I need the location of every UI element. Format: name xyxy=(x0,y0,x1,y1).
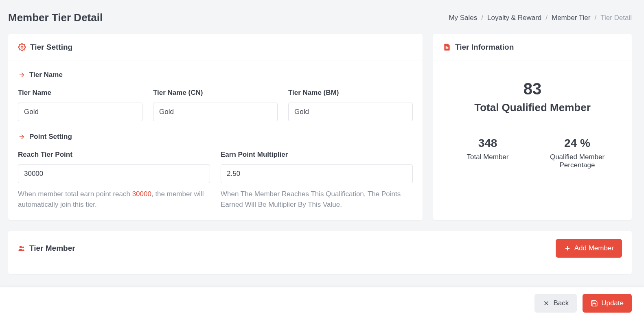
update-button[interactable]: Update xyxy=(583,294,632,313)
section-point-setting: Point Setting xyxy=(29,133,72,141)
breadcrumb-separator: / xyxy=(545,14,548,22)
breadcrumb-item-3[interactable]: Member Tier xyxy=(552,14,590,22)
plus-icon xyxy=(564,245,571,252)
svg-point-3 xyxy=(20,246,22,248)
tier-setting-card: Tier Setting Tier Name Tier Name Tier Na… xyxy=(8,34,423,220)
add-member-button[interactable]: Add Member xyxy=(556,239,622,258)
multiplier-label: Earn Point Multiplier xyxy=(221,151,413,159)
add-member-label: Add Member xyxy=(574,244,614,252)
breadcrumb: My Sales / Loyalty & Reward / Member Tie… xyxy=(449,14,632,22)
percent-label: Qualified Member Percentage xyxy=(532,153,622,169)
people-icon xyxy=(18,245,25,252)
arrow-right-icon xyxy=(18,71,25,79)
back-button[interactable]: Back xyxy=(534,294,577,313)
percent-value: 24 % xyxy=(532,137,622,150)
tier-member-card: Tier Member Add Member xyxy=(8,231,632,274)
back-label: Back xyxy=(553,299,569,307)
breadcrumb-current: Tier Detail xyxy=(600,14,632,22)
tier-name-bm-input[interactable] xyxy=(288,103,413,121)
svg-point-4 xyxy=(22,246,24,248)
footer-bar: Back Update xyxy=(0,287,644,324)
multiplier-input[interactable] xyxy=(221,164,413,183)
section-tier-name: Tier Name xyxy=(29,71,63,79)
qualified-label: Total Qualified Member xyxy=(443,101,622,114)
tier-setting-title: Tier Setting xyxy=(30,43,72,52)
close-icon xyxy=(543,300,550,307)
tier-name-cn-input[interactable] xyxy=(153,103,278,121)
reach-point-label: Reach Tier Point xyxy=(18,151,210,159)
update-label: Update xyxy=(601,299,624,307)
tier-name-bm-label: Tier Name (BM) xyxy=(288,89,413,97)
breadcrumb-separator: / xyxy=(481,14,483,22)
tier-name-input[interactable] xyxy=(18,103,142,121)
total-member-label: Total Member xyxy=(443,153,532,161)
gear-icon xyxy=(18,43,26,51)
tier-name-cn-label: Tier Name (CN) xyxy=(153,89,278,97)
tier-member-title: Tier Member xyxy=(29,244,75,253)
tier-name-label: Tier Name xyxy=(18,89,142,97)
tier-info-title: Tier Information xyxy=(455,43,514,52)
save-icon xyxy=(591,300,598,307)
total-member-count: 348 xyxy=(443,137,532,150)
reach-point-helper: When member total earn point reach 30000… xyxy=(18,189,210,210)
svg-point-0 xyxy=(21,46,23,48)
page-title: Member Tier Detail xyxy=(8,11,103,24)
breadcrumb-separator: / xyxy=(594,14,596,22)
tier-info-card: Tier Information 83 Total Qualified Memb… xyxy=(433,34,632,220)
breadcrumb-item-1[interactable]: My Sales xyxy=(449,14,477,22)
breadcrumb-item-2[interactable]: Loyalty & Reward xyxy=(487,14,541,22)
multiplier-helper: When The Member Reaches This Qualificati… xyxy=(221,189,413,210)
document-icon xyxy=(443,43,451,51)
qualified-count: 83 xyxy=(443,80,622,98)
reach-point-input[interactable] xyxy=(18,164,210,183)
arrow-right-icon xyxy=(18,133,25,140)
